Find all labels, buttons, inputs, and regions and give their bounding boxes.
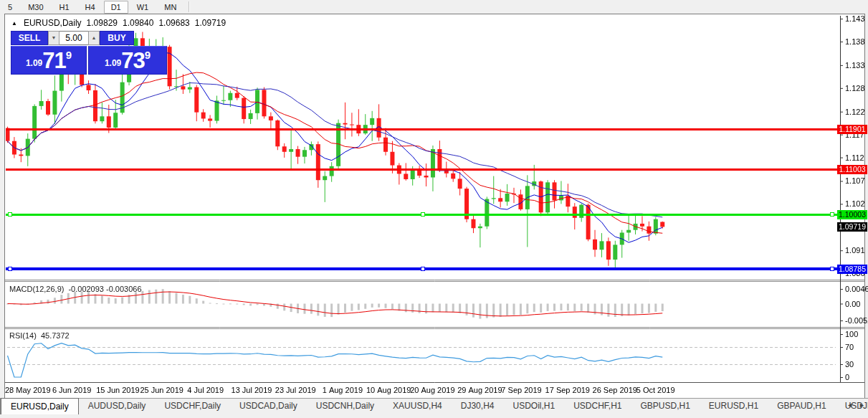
quote-low: 1.09683 (158, 18, 189, 28)
tab-gbpaud-h1[interactable]: GBPAUD,H1 (768, 399, 835, 414)
buy-price-big-digits: 73 (121, 50, 144, 72)
tab-usdcnh-daily[interactable]: USDCNH,Daily (307, 399, 383, 414)
tab-scroll-right-icon[interactable]: ► (859, 402, 865, 409)
tab-eurusd-daily[interactable]: EURUSD,Daily (1, 398, 79, 414)
tab-eurusd-h1[interactable]: EURUSD,H1 (700, 399, 768, 414)
tab-xauusd-h4[interactable]: XAUUSD,H4 (383, 399, 452, 414)
sell-button[interactable]: SELL (11, 31, 48, 45)
sell-price-display[interactable]: 1.09 71 9 (11, 46, 87, 75)
macd-axis-zero: 0.00 (845, 300, 860, 308)
macd-name: MACD(12,26,9) (9, 285, 64, 293)
hline-price-label-1.08785: 1.08785 (837, 265, 867, 274)
timeframe-m30[interactable]: M30 (21, 1, 50, 14)
hline-price-label-1.11003: 1.11003 (837, 165, 867, 174)
macd-axis-max: 0.00463 (845, 285, 868, 293)
timeframe-5[interactable]: 5 (1, 1, 19, 14)
chart-window: ▲ EURUSD,Daily 1.09829 1.09840 1.09683 1… (4, 14, 865, 399)
chevron-up-icon: ▲ (92, 35, 97, 40)
mt4-terminal: 5M30H1H4D1W1MN ▲ EURUSD,Daily 1.09829 1.… (0, 0, 868, 418)
tab-dj30-h4[interactable]: DJ30,H4 (452, 399, 504, 414)
rsi-axis-0: 0 (845, 373, 849, 381)
hline-price-label-1.11901: 1.11901 (837, 125, 867, 134)
tab-usdcad-daily[interactable]: USDCAD,Daily (230, 399, 307, 414)
timeframe-d1[interactable]: D1 (104, 1, 128, 14)
collapse-trade-panel-icon[interactable]: ▲ (11, 20, 17, 27)
timeframe-mn[interactable]: MN (157, 1, 183, 14)
timeframe-h4[interactable]: H4 (78, 1, 102, 14)
sell-price-pip: 9 (66, 49, 72, 72)
quote-open: 1.09829 (87, 18, 118, 28)
volume-decrease-button[interactable]: ▼ (48, 31, 59, 45)
tab-usdoil-h1[interactable]: USDOil,H1 (503, 399, 564, 414)
rsi-axis-100: 100 (845, 330, 858, 338)
volume-increase-button[interactable]: ▲ (88, 31, 100, 45)
rsi-name: RSI(14) (9, 331, 37, 340)
current-price-label: 1.09719 (837, 222, 867, 232)
rsi-axis-70: 70 (845, 343, 854, 351)
timeframe-w1[interactable]: W1 (130, 1, 156, 14)
buy-price-prefix: 1.09 (105, 58, 121, 72)
chart-tab-bar: EURUSD,DailyAUDUSD,DailyUSDCHF,DailyUSDC… (0, 398, 868, 418)
buy-button[interactable]: BUY (100, 31, 134, 45)
timeframe-h1[interactable]: H1 (52, 1, 77, 14)
tab-scroll-left-icon[interactable]: ◄ (846, 402, 853, 409)
buy-price-display[interactable]: 1.09 73 9 (88, 46, 167, 75)
tab-audusd-daily[interactable]: AUDUSD,Daily (79, 399, 156, 414)
sell-price-prefix: 1.09 (26, 58, 42, 72)
chart-header: ▲ EURUSD,Daily 1.09829 1.09840 1.09683 1… (11, 18, 226, 28)
macd-values: -0.002093 -0.003066 (68, 285, 141, 293)
macd-label: MACD(12,26,9) -0.002093 -0.003066 (9, 285, 142, 293)
one-click-trade-panel: SELL ▼ ▲ BUY 1.09 71 9 1.09 73 (11, 31, 169, 76)
quote-high: 1.09840 (123, 18, 153, 28)
hline-price-label-1.10003: 1.10003 (837, 210, 867, 219)
volume-input[interactable] (59, 31, 88, 45)
rsi-value: 45.7372 (41, 331, 70, 340)
tab-scroll-controls: ◄ ► (846, 402, 865, 409)
timeframe-toolbar: 5M30H1H4D1W1MN (0, 0, 868, 14)
buy-price-pip: 9 (145, 49, 151, 72)
toolbar-separator (189, 1, 190, 12)
symbol-title: EURUSD,Daily (24, 18, 82, 28)
tab-usdchf-h1[interactable]: USDCHF,H1 (564, 399, 631, 414)
sell-price-big-digits: 71 (42, 50, 65, 72)
tab-usdchf-daily[interactable]: USDCHF,Daily (155, 399, 230, 414)
rsi-axis-30: 30 (845, 360, 854, 369)
macd-axis-min: -0.005299 (845, 316, 868, 325)
chevron-down-icon: ▼ (52, 35, 57, 40)
tab-gbpusd-h1[interactable]: GBPUSD,H1 (631, 399, 700, 414)
rsi-label: RSI(14) 45.7372 (9, 331, 70, 340)
quote-close: 1.09719 (195, 18, 226, 28)
